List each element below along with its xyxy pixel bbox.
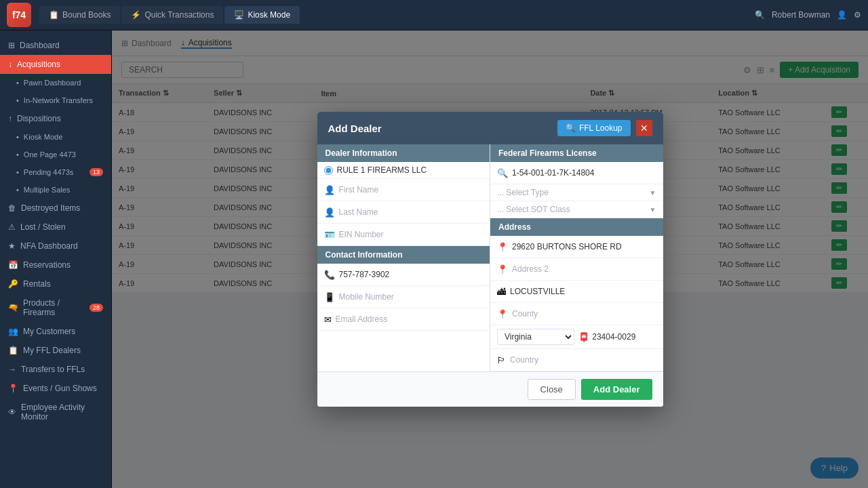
sidebar: ⊞ Dashboard ↓ Acquisitions • Pawn Dashbo…	[0, 30, 112, 488]
type-select[interactable]: ... Select Type	[497, 188, 656, 197]
ffl-lookup-button[interactable]: 🔍 FFL Lookup	[557, 120, 631, 136]
sidebar-section-main: ⊞ Dashboard ↓ Acquisitions • Pawn Dashbo…	[0, 30, 111, 432]
kiosk-icon: 🖥️	[234, 10, 244, 20]
county-input[interactable]	[512, 306, 656, 321]
country-wrapper: 🏳	[497, 352, 656, 367]
county-group: 📍	[490, 303, 663, 325]
sot-select[interactable]: ... Select SOT Class	[497, 205, 656, 214]
user-icon[interactable]: 👤	[837, 10, 847, 20]
sidebar-item-transfers-ffls[interactable]: → Transfers to FFLs	[0, 360, 111, 379]
modal-body: Dealer Information RULE 1 FIREARMS LLC 👤	[317, 144, 663, 371]
sidebar-item-dashboard[interactable]: ⊞ Dashboard	[0, 36, 111, 55]
city-input[interactable]	[510, 284, 656, 299]
close-button[interactable]: Close	[528, 379, 576, 400]
modal-right-column: Federal Firearms License 🔍	[490, 144, 663, 371]
ffl-number-input[interactable]	[512, 165, 656, 180]
country-input[interactable]	[510, 352, 656, 367]
ein-input[interactable]	[339, 227, 484, 242]
modal-header-right: 🔍 FFL Lookup ✕	[557, 120, 652, 136]
modal-overlay: Add Dealer 🔍 FFL Lookup ✕ Dealer I	[112, 30, 868, 488]
topbar: f74 📋 Bound Books ⚡ Quick Transactions 🖥…	[0, 0, 868, 30]
first-name-input[interactable]	[339, 182, 484, 197]
address1-input[interactable]	[512, 239, 656, 254]
email-input[interactable]	[336, 312, 484, 327]
city-icon: 🏙	[497, 287, 506, 297]
flag-icon: 🏳	[497, 355, 506, 365]
tab-kiosk-mode[interactable]: 🖥️ Kiosk Mode	[224, 6, 300, 24]
sidebar-item-acquisitions[interactable]: ↓ Acquisitions	[0, 55, 111, 74]
sidebar-item-employee-activity[interactable]: 👁 Employee Activity Monitor	[0, 398, 111, 426]
page-icon: •	[16, 150, 19, 159]
content-area: ⊞ Dashboard ↓ Acquisitions ⚙ ⊞ ≡ + Add A…	[112, 30, 868, 488]
dealer-radio[interactable]	[324, 166, 333, 175]
activity-icon: 👁	[8, 407, 16, 417]
address2-wrapper: 📍	[497, 262, 656, 277]
sidebar-item-ffl-dealers[interactable]: 📋 My FFL Dealers	[0, 341, 111, 360]
search-ffl-icon: 🔍	[566, 123, 576, 133]
pawn-icon: •	[16, 79, 19, 87]
reservations-icon: 📅	[8, 260, 18, 270]
ffl-number-wrapper: 🔍	[497, 165, 656, 180]
dealer-name-row: RULE 1 FIREARMS LLC	[317, 162, 490, 179]
settings-icon[interactable]: ⚙	[854, 10, 861, 20]
sidebar-item-products-firearms[interactable]: 🔫 Products / Firearms 28	[0, 293, 111, 322]
add-dealer-button[interactable]: Add Dealer	[581, 379, 652, 400]
state-select[interactable]: Virginia	[497, 329, 574, 345]
sidebar-item-nfa-dashboard[interactable]: ★ NFA Dashboard	[0, 237, 111, 256]
sot-wrapper: ... Select SOT Class ▼	[497, 205, 656, 214]
id-icon: 🪪	[324, 230, 335, 240]
zip-input[interactable]	[592, 332, 656, 342]
state-wrapper: Virginia	[497, 329, 574, 345]
book-icon: 📋	[49, 10, 59, 20]
topbar-tabs: 📋 Bound Books ⚡ Quick Transactions 🖥️ Ki…	[39, 6, 755, 24]
dealer-name: RULE 1 FIREARMS LLC	[337, 165, 427, 175]
sidebar-item-destroyed-items[interactable]: 🗑 Destroyed Items	[0, 199, 111, 218]
tab-quick-transactions[interactable]: ⚡ Quick Transactions	[121, 6, 223, 24]
sidebar-item-pawn-dashboard[interactable]: • Pawn Dashboard	[0, 74, 111, 92]
dispositions-icon: ↑	[8, 114, 12, 123]
ffl-icon: 🔍	[497, 168, 508, 178]
person-icon: 👤	[324, 185, 335, 195]
sidebar-item-reservations[interactable]: 📅 Reservations	[0, 256, 111, 274]
sidebar-item-lost-stolen[interactable]: ⚠ Lost / Stolen	[0, 218, 111, 237]
person-icon-2: 👤	[324, 207, 335, 218]
email-group: ✉	[317, 308, 490, 331]
sidebar-item-dispositions[interactable]: ↑ Dispositions	[0, 109, 111, 128]
sidebar-item-in-network-transfers[interactable]: • In-Network Transfers	[0, 92, 111, 109]
search-icon[interactable]: 🔍	[755, 10, 765, 20]
rentals-icon: 🔑	[8, 279, 18, 289]
city-group: 🏙	[490, 281, 663, 303]
sidebar-item-events-gun-shows[interactable]: 📍 Events / Gun Shows	[0, 379, 111, 398]
address2-input[interactable]	[512, 262, 656, 277]
sidebar-item-rentals[interactable]: 🔑 Rentals	[0, 274, 111, 293]
address1-group: 📍	[490, 236, 663, 258]
dashboard-icon: ⊞	[8, 41, 15, 50]
dealer-info-header: Dealer Information	[317, 144, 490, 162]
contact-info-header: Contact Information	[317, 246, 490, 264]
ffl-header: Federal Firearms License	[490, 144, 663, 162]
ein-group: 🪪	[317, 224, 490, 246]
topbar-right: 🔍 Robert Bowman 👤 ⚙	[755, 10, 861, 20]
state-zip-row: Virginia 📮	[490, 325, 663, 349]
sot-group: ... Select SOT Class ▼	[490, 201, 663, 218]
transfers-icon: →	[8, 365, 16, 374]
firearms-icon: 🔫	[8, 303, 18, 312]
location-icon: 📍	[497, 242, 508, 252]
sidebar-item-one-page-4473[interactable]: • One Page 4473	[0, 146, 111, 163]
acquisitions-icon: ↓	[8, 60, 12, 69]
phone-icon: 📞	[324, 270, 335, 280]
tab-bound-books[interactable]: 📋 Bound Books	[39, 6, 120, 24]
sidebar-item-my-customers[interactable]: 👥 My Customers	[0, 322, 111, 341]
sidebar-item-pending-4473s[interactable]: • Pending 4473s 13	[0, 163, 111, 181]
sidebar-item-kiosk-mode[interactable]: • Kiosk Mode	[0, 128, 111, 146]
first-name-wrapper: 👤	[324, 182, 484, 197]
last-name-input[interactable]	[339, 205, 484, 220]
modal-close-button[interactable]: ✕	[636, 120, 652, 136]
phone-input[interactable]	[339, 267, 484, 282]
last-name-wrapper: 👤	[324, 205, 484, 220]
user-info: Robert Bowman	[772, 10, 830, 20]
sidebar-item-multiple-sales[interactable]: • Multiple Sales	[0, 181, 111, 199]
destroyed-icon: 🗑	[8, 203, 16, 213]
mobile-input[interactable]	[339, 289, 484, 304]
email-wrapper: ✉	[324, 312, 484, 327]
